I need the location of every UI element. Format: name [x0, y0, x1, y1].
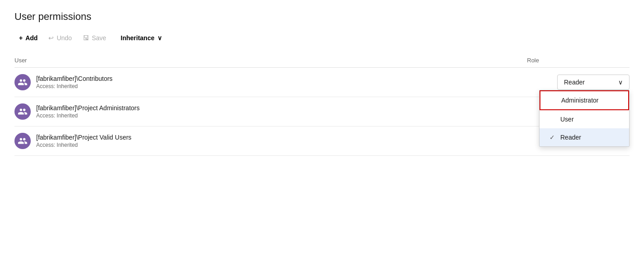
user-info: [fabrikamfiber]\Contributors Access: Inh… [14, 74, 113, 90]
dropdown-chevron-icon: ∨ [618, 79, 623, 86]
users-table: [fabrikamfiber]\Contributors Access: Inh… [14, 68, 630, 156]
page-title: User permissions [14, 11, 630, 23]
user-group-icon [18, 107, 28, 117]
col-user-header: User [14, 57, 27, 64]
undo-icon: ↩ [48, 34, 54, 42]
table-row: [fabrikamfiber]\Project Administrators A… [14, 97, 630, 126]
inheritance-button[interactable]: Inheritance ∨ [116, 32, 166, 44]
avatar [14, 103, 31, 120]
avatar [14, 74, 31, 90]
avatar [14, 133, 31, 149]
role-value: Reader [564, 79, 585, 86]
user-name: [fabrikamfiber]\Project Administrators [36, 104, 140, 112]
table-row: [fabrikamfiber]\Project Valid Users Acce… [14, 126, 630, 156]
user-info: [fabrikamfiber]\Project Administrators A… [14, 103, 140, 120]
table-row: [fabrikamfiber]\Contributors Access: Inh… [14, 68, 630, 97]
check-icon-reader: ✓ [549, 134, 556, 141]
save-button[interactable]: 🖫 Save [78, 32, 111, 44]
dropdown-item-user[interactable]: User [540, 110, 629, 128]
user-details: [fabrikamfiber]\Project Valid Users Acce… [36, 134, 132, 148]
user-name: [fabrikamfiber]\Project Valid Users [36, 134, 132, 141]
user-info: [fabrikamfiber]\Project Valid Users Acce… [14, 133, 132, 149]
dropdown-label-reader: Reader [560, 134, 581, 141]
role-dropdown: Reader ∨ Administrator User ✓ Reader [557, 75, 630, 90]
role-select-button[interactable]: Reader ∨ [557, 75, 630, 90]
user-group-icon [18, 77, 28, 87]
dropdown-item-administrator[interactable]: Administrator [540, 90, 629, 110]
add-button[interactable]: + Add [14, 32, 42, 44]
dropdown-item-reader[interactable]: ✓ Reader [540, 128, 629, 146]
col-role-header: Role [527, 57, 539, 64]
user-group-icon [18, 136, 28, 146]
dropdown-label-user: User [560, 116, 574, 123]
user-name: [fabrikamfiber]\Contributors [36, 75, 113, 82]
undo-button[interactable]: ↩ Undo [44, 32, 76, 44]
user-details: [fabrikamfiber]\Project Administrators A… [36, 104, 140, 119]
save-icon: 🖫 [83, 34, 89, 42]
table-header: User Role [14, 53, 630, 68]
dropdown-label-administrator: Administrator [561, 97, 598, 104]
dropdown-menu: Administrator User ✓ Reader [539, 90, 630, 147]
plus-icon: + [19, 34, 23, 42]
toolbar: + Add ↩ Undo 🖫 Save Inheritance ∨ [14, 32, 630, 44]
user-details: [fabrikamfiber]\Contributors Access: Inh… [36, 75, 113, 89]
user-access: Access: Inherited [36, 142, 132, 148]
chevron-down-icon: ∨ [157, 34, 162, 42]
user-access: Access: Inherited [36, 83, 113, 89]
user-access: Access: Inherited [36, 112, 140, 119]
